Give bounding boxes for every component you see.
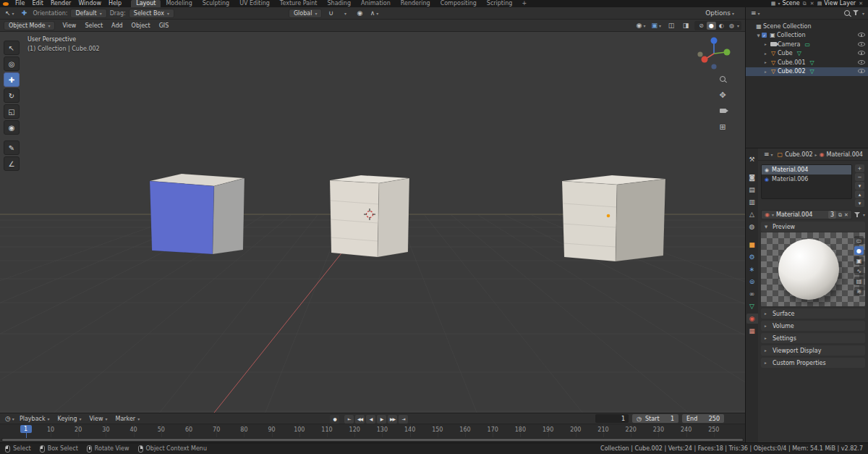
navigation-gizmo[interactable] bbox=[696, 35, 732, 72]
show-overlays-dropdown[interactable]: ▣ ▾ bbox=[650, 21, 663, 30]
viewport-camera-view-button[interactable] bbox=[718, 106, 728, 116]
menu-window[interactable]: Window bbox=[75, 0, 105, 7]
viewport-menu-gis[interactable]: GIS bbox=[155, 22, 174, 29]
snap-settings-dropdown[interactable]: ▾ bbox=[339, 9, 351, 18]
material-slot-material-004[interactable]: ◉Material.004 bbox=[762, 165, 851, 175]
viewport-pan-button[interactable]: ✥ bbox=[718, 90, 728, 100]
users-count-button[interactable]: 3 bbox=[828, 211, 836, 219]
viewport-zoom-button[interactable] bbox=[718, 74, 728, 84]
outliner-row-scene-collection[interactable]: ▦Scene Collection bbox=[746, 22, 868, 31]
timeline-ruler[interactable]: 1020304050607080901001101201301401501601… bbox=[0, 424, 745, 442]
add-workspace-button[interactable]: + bbox=[517, 0, 531, 7]
disclosure-expanded-icon[interactable]: ▼ bbox=[755, 33, 762, 38]
blender-menu-button[interactable] bbox=[0, 2, 12, 6]
tool-scale-button[interactable]: ◱ bbox=[4, 104, 20, 119]
play-button[interactable]: ▶ bbox=[377, 415, 386, 424]
move-slot-down-button[interactable]: ▾ bbox=[855, 199, 864, 207]
gizmo-x-ball[interactable] bbox=[702, 56, 708, 63]
preview-mode-flat[interactable]: ▭ bbox=[854, 236, 864, 245]
viewport-menu-select[interactable]: Select bbox=[80, 22, 107, 29]
preview-mode-cube[interactable]: ▣ bbox=[854, 256, 864, 265]
panel-settings[interactable]: ▸Settings bbox=[761, 333, 865, 343]
end-frame-field[interactable]: End 250 bbox=[682, 414, 724, 423]
disclosure-collapsed-icon[interactable]: ▸ bbox=[762, 70, 769, 74]
timeline-menu-keying[interactable]: Keying▾ bbox=[54, 416, 85, 422]
viewport-menu-add[interactable]: Add bbox=[107, 22, 127, 29]
cube-center-side-face[interactable] bbox=[378, 178, 409, 257]
visibility-toggle[interactable] bbox=[858, 32, 865, 38]
search-icon[interactable] bbox=[844, 10, 850, 16]
disclosure-collapsed-icon[interactable]: ▸ bbox=[762, 51, 769, 56]
filter-caret[interactable]: ▾ bbox=[862, 11, 864, 16]
preview-panel-header[interactable]: ▼ Preview bbox=[761, 222, 865, 232]
viewport-scene[interactable] bbox=[0, 32, 745, 413]
material-slot-material-006[interactable]: ◉Material.006 bbox=[762, 175, 851, 184]
shading-wireframe-button[interactable]: ⊘ bbox=[697, 22, 706, 30]
timeline-menu-marker[interactable]: Marker▾ bbox=[111, 416, 143, 422]
proportional-falloff-dropdown[interactable]: ∧ ▾ bbox=[368, 9, 380, 18]
viewport-menu-object[interactable]: Object bbox=[127, 22, 155, 29]
show-gizmos-dropdown[interactable]: ◉ ▾ bbox=[635, 21, 647, 30]
material-specials-button[interactable]: ▾ bbox=[855, 182, 864, 190]
workspace-tab-scripting[interactable]: Scripting bbox=[482, 0, 518, 7]
properties-tab-particles[interactable]: ∗ bbox=[746, 264, 758, 274]
datablock-filter-icon[interactable] bbox=[854, 212, 861, 218]
unlink-material-button[interactable]: ✕ bbox=[844, 212, 848, 218]
shading-solid-button[interactable]: ● bbox=[707, 22, 716, 30]
outliner-row-cube-002[interactable]: ▸▽Cube.002▽ bbox=[746, 67, 868, 77]
jump-to-start-button[interactable]: ⇤ bbox=[344, 415, 354, 424]
workspace-tab-sculpting[interactable]: Sculpting bbox=[197, 0, 234, 7]
caret-icon[interactable]: ▾ bbox=[863, 212, 865, 217]
outliner-editor-dropdown[interactable]: ≡ ▾ bbox=[749, 9, 762, 18]
workspace-tab-modeling[interactable]: Modeling bbox=[161, 0, 197, 7]
mode-dropdown[interactable]: Object Mode ▾ bbox=[4, 21, 55, 30]
viewport-menu-view[interactable]: View bbox=[58, 22, 80, 29]
timeline-menu-playback[interactable]: Playback▾ bbox=[16, 416, 54, 422]
properties-tab-render[interactable]: ◙ bbox=[746, 172, 758, 182]
workspace-tab-texture-paint[interactable]: Texture Paint bbox=[275, 0, 323, 7]
playhead[interactable]: 1 bbox=[20, 425, 32, 433]
unlink-scene-button[interactable]: ✕ bbox=[809, 0, 815, 7]
properties-tab-modifiers[interactable]: ⚙ bbox=[746, 252, 758, 262]
shading-material-button[interactable]: ◐ bbox=[717, 22, 726, 30]
cube-left-side-face[interactable] bbox=[213, 178, 244, 254]
workspace-tab-shading[interactable]: Shading bbox=[322, 0, 356, 7]
gizmo-z-ball[interactable] bbox=[711, 38, 718, 44]
scene-browse-caret[interactable]: ▾ bbox=[778, 0, 780, 7]
options-dropdown[interactable]: Options ▾ bbox=[704, 9, 736, 18]
properties-tab-world[interactable]: ◍ bbox=[746, 222, 758, 232]
preview-mode-hair[interactable]: ∿ bbox=[854, 266, 864, 275]
tool-cursor-button[interactable]: ◎ bbox=[4, 56, 20, 71]
disclosure-collapsed-icon[interactable]: ▸ bbox=[762, 42, 769, 46]
preview-mode-cloth[interactable]: ▤ bbox=[854, 277, 864, 285]
active-tool-dropdown[interactable]: ↖ ▾ bbox=[4, 9, 16, 18]
workspace-tab-compositing[interactable]: Compositing bbox=[435, 0, 482, 7]
menu-help[interactable]: Help bbox=[105, 0, 125, 7]
material-datablock-selector[interactable]: ◉ ▾ Material.004 3 ⧉ ✕ bbox=[761, 210, 852, 219]
shading-dropdown-caret[interactable]: ▾ bbox=[737, 23, 739, 28]
properties-tab-texture[interactable]: ▦ bbox=[746, 326, 758, 336]
next-keyframe-button[interactable]: ▶▶ bbox=[388, 415, 397, 424]
properties-tab-constraints[interactable]: ∞ bbox=[746, 289, 758, 299]
tool-transform-button[interactable]: ◉ bbox=[4, 120, 20, 135]
cube-center-front-face[interactable] bbox=[330, 180, 379, 257]
new-scene-button[interactable]: ⧉ bbox=[802, 0, 807, 7]
toggle-xray[interactable]: ◫ bbox=[665, 21, 677, 30]
filter-funnel-icon[interactable] bbox=[853, 10, 859, 16]
add-material-slot-button[interactable]: + bbox=[855, 164, 864, 172]
breadcrumb-object[interactable]: Cube.002 bbox=[785, 151, 812, 158]
workspace-tab-layout[interactable]: Layout bbox=[131, 0, 161, 7]
scrollbar-thumb[interactable] bbox=[2, 439, 743, 441]
proportional-editing-toggle[interactable]: ◉ bbox=[354, 9, 365, 18]
tool-rotate-button[interactable]: ↻ bbox=[4, 88, 20, 103]
properties-tab-physics[interactable]: ⊚ bbox=[746, 277, 758, 287]
outliner-row-collection[interactable]: ▼✓▣Collection bbox=[746, 31, 868, 41]
outliner-row-camera[interactable]: ▸Camera▭ bbox=[746, 40, 868, 49]
menu-edit[interactable]: Edit bbox=[28, 0, 47, 7]
preview-mode-sphere[interactable]: ● bbox=[854, 246, 864, 255]
panel-custom-properties[interactable]: ▸Custom Properties bbox=[761, 358, 865, 368]
viewport-toggle-perspective-button[interactable]: ⊞ bbox=[718, 122, 728, 132]
start-frame-field[interactable]: ◷ Start 1 bbox=[632, 414, 678, 423]
drag-dropdown[interactable]: Select Box ▾ bbox=[129, 9, 174, 18]
timeline-scrollbar[interactable] bbox=[1, 438, 744, 442]
